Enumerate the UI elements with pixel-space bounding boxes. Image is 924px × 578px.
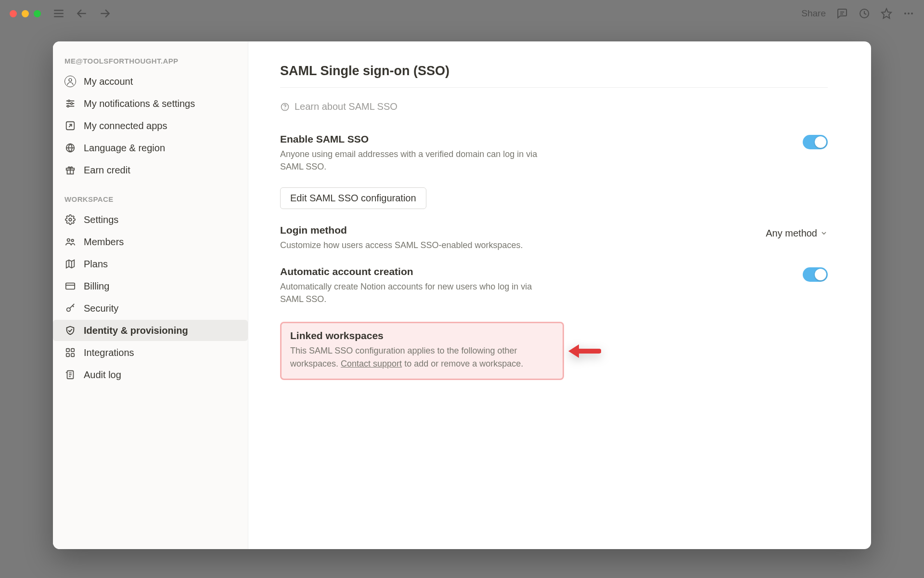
settings-content: SAML Single sign-on (SSO) Learn about SA… (248, 41, 871, 549)
sidebar-item-label: Identity & provisioning (84, 325, 236, 336)
svg-marker-45 (568, 344, 579, 358)
sidebar-item-label: Members (84, 236, 236, 248)
dropdown-value: Any method (766, 228, 817, 239)
credit-card-icon (64, 280, 76, 292)
help-link-label: Learn about SAML SSO (295, 101, 398, 112)
audit-log-icon (64, 369, 76, 381)
chevron-down-icon (820, 229, 828, 237)
globe-icon (64, 142, 76, 154)
setting-title: Login method (280, 224, 550, 236)
gear-icon (64, 214, 76, 225)
avatar-icon (64, 76, 76, 87)
edit-sso-config-button[interactable]: Edit SAML SSO configuration (280, 187, 426, 209)
setting-auto-account: Automatic account creation Automatically… (280, 263, 828, 317)
svg-point-12 (69, 79, 72, 81)
sidebar-item-earn-credit[interactable]: Earn credit (53, 159, 248, 181)
svg-rect-35 (71, 349, 74, 352)
setting-desc: This SAML SSO configuration applies to t… (290, 344, 554, 369)
sidebar-item-plans[interactable]: Plans (53, 253, 248, 275)
sidebar-item-label: Security (84, 303, 236, 314)
sidebar-item-label: Billing (84, 281, 236, 292)
section-workspace-header: WORKSPACE (53, 190, 248, 208)
sidebar-item-security[interactable]: Security (53, 298, 248, 319)
svg-point-26 (67, 239, 70, 242)
svg-point-18 (67, 105, 69, 107)
sidebar-item-label: My connected apps (84, 120, 236, 131)
enable-sso-toggle[interactable] (803, 135, 828, 149)
key-icon (64, 302, 76, 314)
setting-desc: Anyone using email addresses with a veri… (280, 148, 540, 173)
setting-desc: Customize how users access SAML SSO-enab… (280, 239, 540, 251)
setting-title: Enable SAML SSO (280, 133, 550, 145)
sidebar-item-integrations[interactable]: Integrations (53, 342, 248, 363)
sidebar-item-members[interactable]: Members (53, 231, 248, 252)
sidebar-item-label: My account (84, 76, 236, 87)
shield-icon (64, 325, 76, 336)
sidebar-item-settings[interactable]: Settings (53, 209, 248, 230)
annotation-arrow-icon (566, 341, 601, 362)
members-icon (64, 236, 76, 248)
linked-workspaces-highlight: Linked workspaces This SAML SSO configur… (280, 322, 564, 380)
setting-title: Automatic account creation (280, 266, 550, 277)
sidebar-item-label: My notifications & settings (84, 98, 236, 109)
svg-point-16 (71, 103, 73, 105)
svg-rect-36 (66, 354, 69, 356)
setting-desc: Automatically create Notion accounts for… (280, 280, 540, 305)
sidebar-item-identity-provisioning[interactable]: Identity & provisioning (53, 320, 248, 341)
setting-enable-sso: Enable SAML SSO Anyone using email addre… (280, 131, 828, 184)
auto-account-toggle[interactable] (803, 267, 828, 282)
sidebar-item-connected-apps[interactable]: My connected apps (53, 115, 248, 136)
svg-point-43 (284, 108, 285, 109)
svg-point-14 (68, 100, 70, 102)
sliders-icon (64, 98, 76, 109)
modal-overlay: ME@TOOLSFORTHOUGHT.APP My account My not… (0, 0, 924, 578)
linked-desc-b: to add or remove a workspace. (402, 359, 523, 368)
svg-rect-34 (66, 349, 69, 352)
sidebar-item-label: Language & region (84, 143, 236, 154)
sidebar-item-label: Earn credit (84, 165, 236, 176)
setting-login-method: Login method Customize how users access … (280, 222, 828, 263)
svg-point-27 (71, 239, 74, 242)
sidebar-item-language[interactable]: Language & region (53, 137, 248, 158)
contact-support-link[interactable]: Contact support (341, 359, 402, 368)
settings-sidebar: ME@TOOLSFORTHOUGHT.APP My account My not… (53, 41, 248, 549)
svg-point-25 (69, 218, 72, 221)
sidebar-item-label: Audit log (84, 369, 236, 381)
map-icon (64, 258, 76, 270)
sidebar-item-label: Plans (84, 259, 236, 270)
grid-icon (64, 347, 76, 358)
svg-rect-37 (71, 354, 74, 356)
open-link-icon (64, 120, 76, 131)
setting-title: Linked workspaces (290, 330, 554, 342)
svg-marker-28 (66, 260, 75, 268)
gift-icon (64, 164, 76, 176)
sidebar-item-label: Integrations (84, 347, 236, 358)
app-window: Share ME@TOOLSFORTHOUGHT.APP (0, 0, 924, 578)
page-title: SAML Single sign-on (SSO) (280, 64, 828, 88)
sidebar-item-notifications[interactable]: My notifications & settings (53, 93, 248, 114)
svg-rect-31 (66, 283, 75, 289)
login-method-dropdown[interactable]: Any method (766, 228, 828, 239)
settings-modal: ME@TOOLSFORTHOUGHT.APP My account My not… (53, 41, 871, 549)
section-account-header: ME@TOOLSFORTHOUGHT.APP (53, 52, 248, 70)
sidebar-item-audit-log[interactable]: Audit log (53, 364, 248, 385)
help-link[interactable]: Learn about SAML SSO (280, 101, 828, 112)
sidebar-item-my-account[interactable]: My account (53, 71, 248, 92)
help-icon (280, 102, 290, 112)
sidebar-item-label: Settings (84, 214, 236, 225)
sidebar-item-billing[interactable]: Billing (53, 276, 248, 297)
